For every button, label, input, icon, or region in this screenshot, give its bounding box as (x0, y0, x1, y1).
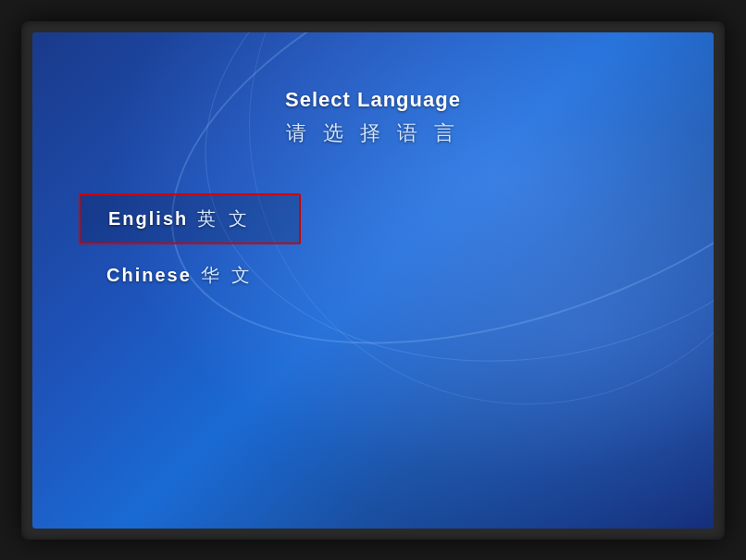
select-language-title-chinese: 请 选 择 语 言 (285, 119, 461, 147)
title-section: Select Language 请 选 择 语 言 (285, 88, 461, 147)
chinese-chinese-label: 华 文 (201, 263, 255, 288)
english-chinese-label: 英 文 (197, 206, 251, 231)
screen-content: Select Language 请 选 择 语 言 English 英 文 Ch… (32, 32, 714, 529)
chinese-label: Chinese (106, 265, 192, 286)
select-language-title-english: Select Language (285, 88, 461, 112)
english-label: English (108, 208, 188, 230)
language-option-chinese[interactable]: Chinese 华 文 (79, 252, 301, 299)
language-options-list: English 英 文 Chinese 华 文 (32, 193, 714, 299)
language-option-english[interactable]: English 英 文 (79, 193, 301, 244)
monitor-bezel: Select Language 请 选 择 语 言 English 英 文 Ch… (21, 21, 725, 540)
screen: Select Language 请 选 择 语 言 English 英 文 Ch… (32, 32, 714, 529)
